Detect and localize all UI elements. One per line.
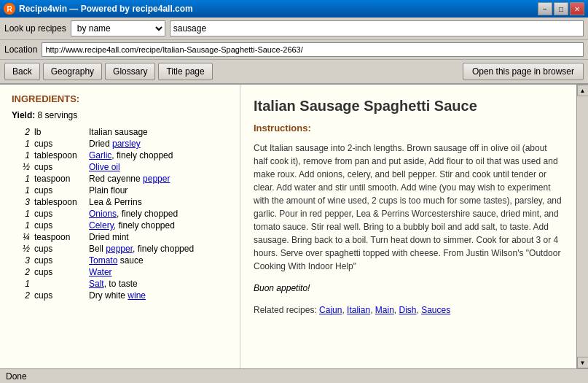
- lookup-label: Look up recipes: [4, 23, 66, 34]
- related-label: Related recipes:: [254, 305, 317, 315]
- recipe-title: Italian Sausage Spaghetti Sauce: [254, 95, 563, 117]
- button-row: Back Geography Glossary Title page Open …: [0, 60, 588, 85]
- ingredient-unit: tablespoon: [32, 150, 87, 161]
- ingredient-name: Plain flour: [87, 185, 228, 196]
- ingredient-name: Water: [87, 266, 228, 278]
- ingredient-link[interactable]: pepper: [143, 174, 170, 184]
- ingredient-link[interactable]: Water: [89, 267, 112, 277]
- ingredient-qty: 2: [12, 290, 32, 301]
- ingredient-name: Garlic, finely chopped: [87, 150, 228, 161]
- search-type-select[interactable]: by name by ingredient by category: [71, 20, 165, 36]
- table-row: 3cupsTomato sauce: [12, 255, 228, 266]
- ingredient-name: Dried parsley: [87, 138, 228, 150]
- related-link[interactable]: Dish: [399, 305, 416, 315]
- status-text: Done: [6, 371, 27, 382]
- ingredient-unit: [32, 278, 87, 290]
- ingredient-link[interactable]: Tomato: [89, 255, 117, 266]
- ingredient-qty: 2: [12, 126, 32, 138]
- related-link[interactable]: Italian: [347, 305, 370, 315]
- scroll-down-arrow[interactable]: ▼: [577, 357, 589, 368]
- table-row: ½cupsOlive oil: [12, 161, 228, 173]
- ingredient-unit: tablespoon: [32, 196, 87, 208]
- geography-button[interactable]: Geography: [43, 63, 102, 80]
- table-row: 1cupsOnions, finely chopped: [12, 208, 228, 220]
- ingredient-unit: cups: [32, 266, 87, 278]
- table-row: 1cupsPlain flour: [12, 185, 228, 196]
- ingredient-qty: 1: [12, 185, 32, 196]
- ingredient-link[interactable]: pepper: [106, 244, 133, 254]
- recipe-panel: Italian Sausage Spaghetti Sauce Instruct…: [240, 85, 576, 368]
- table-row: 2lbItalian sausage: [12, 126, 228, 138]
- ingredient-unit: cups: [32, 161, 87, 173]
- ingredient-qty: 3: [12, 196, 32, 208]
- related-recipes: Related recipes: Cajun, Italian, Main, D…: [254, 303, 563, 317]
- ingredient-name: Celery, finely chopped: [87, 220, 228, 231]
- table-row: 2cupsDry white wine: [12, 290, 228, 301]
- ingredient-qty: 3: [12, 255, 32, 266]
- ingredient-name: Italian sausage: [87, 126, 228, 138]
- close-button[interactable]: ✕: [570, 2, 584, 15]
- table-row: 1cupsDried parsley: [12, 138, 228, 150]
- yield-text: Yield: 8 servings: [12, 110, 228, 120]
- ingredient-unit: cups: [32, 185, 87, 196]
- back-button[interactable]: Back: [4, 63, 40, 80]
- ingredient-name: Tomato sauce: [87, 255, 228, 266]
- table-row: ¼teaspoonDried mint: [12, 231, 228, 243]
- window-controls: − □ ✕: [538, 2, 584, 15]
- ingredient-link[interactable]: Onions: [89, 209, 117, 219]
- title-bar: R Recipe4win — Powered by recipe4all.com…: [0, 0, 588, 18]
- ingredient-qty: ½: [12, 161, 32, 173]
- ingredient-unit: teaspoon: [32, 231, 87, 243]
- scrollbar[interactable]: ▲ ▼: [576, 85, 588, 368]
- yield-label: Yield:: [12, 110, 35, 120]
- ingredient-qty: ¼: [12, 231, 32, 243]
- ingredient-name: Olive oil: [87, 161, 228, 173]
- ingredient-link[interactable]: Salt: [89, 279, 104, 289]
- table-row: 1cupsCelery, finely chopped: [12, 220, 228, 231]
- ingredient-qty: 1: [12, 208, 32, 220]
- table-row: 1teaspoonRed cayenne pepper: [12, 173, 228, 185]
- maximize-button[interactable]: □: [554, 2, 568, 15]
- ingredients-panel: INGREDIENTS: Yield: 8 servings 2lbItalia…: [0, 85, 240, 368]
- table-row: 2cupsWater: [12, 266, 228, 278]
- ingredient-qty: 1: [12, 150, 32, 161]
- glossary-button[interactable]: Glossary: [105, 63, 155, 80]
- location-input[interactable]: [42, 42, 584, 57]
- ingredient-unit: lb: [32, 126, 87, 138]
- ingredient-name: Dried mint: [87, 231, 228, 243]
- ingredient-name: Lea & Perrins: [87, 196, 228, 208]
- ingredient-link[interactable]: parsley: [112, 139, 141, 149]
- ingredient-link[interactable]: Garlic: [89, 150, 111, 160]
- location-bar: Location: [0, 40, 588, 60]
- ingredient-link[interactable]: wine: [128, 290, 146, 301]
- scroll-track[interactable]: [577, 96, 588, 357]
- ingredients-title: INGREDIENTS:: [12, 93, 228, 104]
- ingredient-qty: ½: [12, 243, 32, 255]
- ingredient-link[interactable]: Olive oil: [89, 162, 120, 172]
- ingredient-name: Salt, to taste: [87, 278, 228, 290]
- recipe-body: Cut Italian sausage into 2-inch lengths.…: [254, 142, 563, 273]
- ingredient-name: Red cayenne pepper: [87, 173, 228, 185]
- app-icon: R: [4, 3, 15, 15]
- status-bar: Done: [0, 368, 588, 383]
- ingredient-name: Onions, finely chopped: [87, 208, 228, 220]
- open-browser-button[interactable]: Open this page in browser: [463, 63, 584, 80]
- ingredients-table: 2lbItalian sausage1cupsDried parsley1tab…: [12, 126, 228, 301]
- ingredient-unit: cups: [32, 243, 87, 255]
- yield-value: 8 servings: [38, 110, 78, 120]
- ingredient-unit: cups: [32, 290, 87, 301]
- ingredient-unit: cups: [32, 208, 87, 220]
- related-link[interactable]: Cajun: [319, 305, 342, 315]
- instructions-label: Instructions:: [254, 121, 563, 136]
- minimize-button[interactable]: −: [538, 2, 552, 15]
- ingredient-qty: 2: [12, 266, 32, 278]
- search-input[interactable]: [170, 20, 584, 36]
- title-page-button[interactable]: Title page: [158, 63, 212, 80]
- ingredient-name: Bell pepper, finely chopped: [87, 243, 228, 255]
- scroll-up-arrow[interactable]: ▲: [577, 85, 589, 96]
- related-link[interactable]: Sauces: [421, 305, 450, 315]
- toolbar: Look up recipes by name by ingredient by…: [0, 18, 588, 40]
- ingredient-qty: 1: [12, 138, 32, 150]
- ingredient-link[interactable]: Celery: [89, 220, 114, 231]
- related-link[interactable]: Main: [375, 305, 394, 315]
